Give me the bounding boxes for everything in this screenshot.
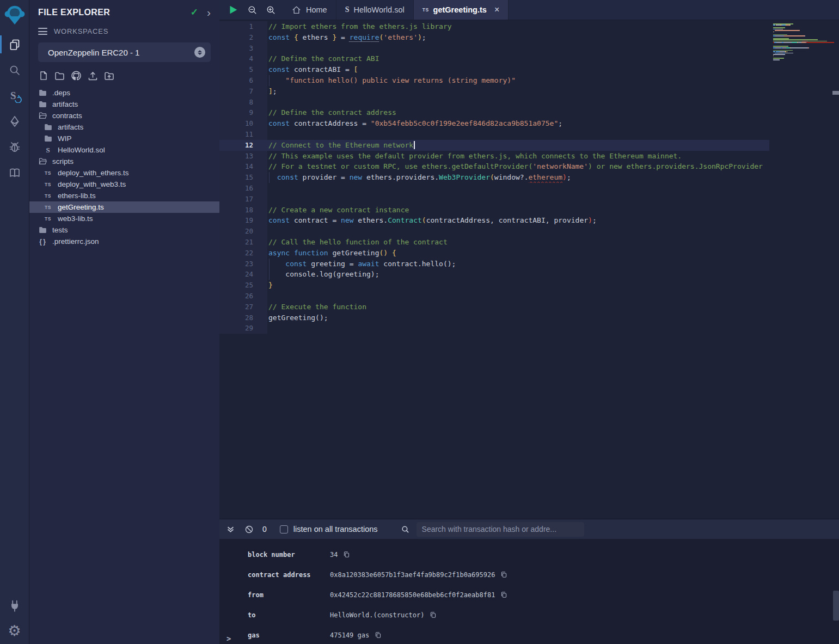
editor-scrollbar-thumb[interactable] <box>832 91 839 95</box>
tab-getGreeting.ts[interactable]: TSgetGreeting.ts× <box>414 0 509 20</box>
code-line-6[interactable]: 6 "function hello() public view returns … <box>219 75 769 86</box>
new-folder-icon[interactable] <box>54 70 65 82</box>
copy-icon[interactable] <box>429 611 437 619</box>
tab-HelloWorld.sol[interactable]: SHelloWorld.sol <box>336 0 414 20</box>
upload-file-icon[interactable] <box>87 70 99 82</box>
deploy-and-run-icon[interactable] <box>0 108 29 134</box>
code-line-8[interactable]: 8 <box>219 97 769 108</box>
workspace-dropdown-icon[interactable] <box>194 47 205 58</box>
code-line-2[interactable]: 2const { ethers } = require('ethers'); <box>219 32 769 43</box>
minimap-line <box>773 29 834 30</box>
code-line-17[interactable]: 17 <box>219 194 769 205</box>
clear-console-icon[interactable] <box>244 525 254 534</box>
code-line-25[interactable]: 25} <box>219 280 769 291</box>
minimap-line <box>773 50 834 51</box>
tree-item-.deps[interactable]: .deps <box>29 87 219 99</box>
terminal-header: 0 listen on all transactions <box>219 519 839 539</box>
code-line-23[interactable]: 23 const greeting = await contract.hello… <box>219 259 769 269</box>
file-tree: .depsartifactscontractsartifactsWIPSHell… <box>29 86 219 247</box>
tree-item-WIP[interactable]: WIP <box>29 133 219 144</box>
check-icon[interactable]: ✓ <box>191 7 198 18</box>
workspace-name: OpenZeppelin ERC20 - 1 <box>48 48 194 57</box>
minimap-line <box>773 32 834 33</box>
copy-icon[interactable] <box>500 571 508 579</box>
code-line-24[interactable]: 24 console.log(greeting); <box>219 269 769 280</box>
code-line-12[interactable]: 12// Connect to the Ethereum network <box>219 140 769 151</box>
tree-item-getGreeting.ts[interactable]: TSgetGreeting.ts <box>29 201 219 213</box>
run-script-icon[interactable] <box>227 4 239 16</box>
tree-item-tests[interactable]: tests <box>29 224 219 236</box>
listen-checkbox[interactable] <box>280 525 288 533</box>
ts-file-icon: TS <box>42 182 53 187</box>
remix-logo-icon[interactable] <box>0 0 29 32</box>
code-text: // Define the contract address <box>267 107 769 118</box>
tree-item-contracts[interactable]: contracts <box>29 110 219 121</box>
code-line-20[interactable]: 20 <box>219 226 769 237</box>
code-line-7[interactable]: 7]; <box>219 86 769 97</box>
code-line-10[interactable]: 10const contractAddress = "0xb54febb5c0c… <box>219 118 769 129</box>
code-line-21[interactable]: 21// Call the hello function of the cont… <box>219 237 769 248</box>
sol-file-icon: S <box>42 146 53 155</box>
upload-folder-icon[interactable] <box>103 70 115 82</box>
minimap-line <box>773 53 834 54</box>
code-line-4[interactable]: 4// Define the contract ABI <box>219 53 769 64</box>
code-line-11[interactable]: 11 <box>219 129 769 140</box>
hamburger-menu-icon[interactable] <box>38 27 47 36</box>
code-line-18[interactable]: 18// Create a new contract instance <box>219 205 769 216</box>
copy-icon[interactable] <box>342 550 351 559</box>
tree-item-HelloWorld.sol[interactable]: SHelloWorld.sol <box>29 144 219 156</box>
terminal-collapse-icon[interactable] <box>226 525 235 534</box>
terminal-scrollbar-thumb[interactable] <box>833 591 839 621</box>
code-line-26[interactable]: 26 <box>219 291 769 302</box>
explorer-toolbar <box>29 62 219 86</box>
code-line-13[interactable]: 13// This example uses the default provi… <box>219 151 769 162</box>
debugger-icon[interactable] <box>0 134 29 160</box>
tree-item-deploy_with_ethers.ts[interactable]: TSdeploy_with_ethers.ts <box>29 167 219 179</box>
file-explorer-icon[interactable] <box>0 32 29 57</box>
solidity-compiler-icon[interactable]: S <box>0 83 29 108</box>
tree-item-scripts[interactable]: scripts <box>29 156 219 167</box>
code-line-14[interactable]: 14// For a testnet or custom RPC, use et… <box>219 161 769 172</box>
close-icon[interactable]: × <box>494 5 499 15</box>
code-text <box>267 183 769 194</box>
zoom-out-icon[interactable] <box>247 5 258 15</box>
plugin-manager-icon[interactable] <box>0 593 29 618</box>
code-line-15[interactable]: 15 const provider = new ethers.providers… <box>219 172 769 183</box>
code-line-16[interactable]: 16 <box>219 183 769 194</box>
minimap[interactable] <box>773 21 834 62</box>
code-line-1[interactable]: 1// Import ethers from the ethers.js lib… <box>219 21 769 32</box>
tutorials-icon[interactable] <box>0 160 29 185</box>
tree-item-deploy_with_web3.ts[interactable]: TSdeploy_with_web3.ts <box>29 179 219 190</box>
code-line-27[interactable]: 27// Execute the function <box>219 302 769 312</box>
copy-icon[interactable] <box>374 631 382 639</box>
code-line-29[interactable]: 29 <box>219 323 769 334</box>
zoom-in-icon[interactable] <box>266 5 276 15</box>
line-number: 22 <box>219 248 267 259</box>
chevron-right-icon[interactable]: › <box>207 9 211 16</box>
terminal-search-input[interactable] <box>417 522 584 537</box>
line-number: 14 <box>219 161 267 172</box>
copy-icon[interactable] <box>500 591 508 599</box>
new-file-icon[interactable] <box>38 70 49 81</box>
settings-icon[interactable]: ⚙ <box>0 618 29 644</box>
tree-item-.prettierrc.json[interactable]: { }.prettierrc.json <box>29 236 219 247</box>
tree-item-ethers-lib.ts[interactable]: TSethers-lib.ts <box>29 190 219 201</box>
code-line-3[interactable]: 3 <box>219 43 769 54</box>
workspace-select[interactable]: OpenZeppelin ERC20 - 1 <box>38 42 211 62</box>
code-line-19[interactable]: 19const contract = new ethers.Contract(c… <box>219 215 769 226</box>
github-icon[interactable] <box>70 70 82 82</box>
code-line-22[interactable]: 22async function getGreeting() { <box>219 248 769 259</box>
code-line-5[interactable]: 5const contractABI = [ <box>219 64 769 75</box>
tab-Home[interactable]: Home <box>283 0 336 20</box>
code-text: // Define the contract ABI <box>267 53 769 64</box>
code-line-28[interactable]: 28getGreeting(); <box>219 312 769 323</box>
tree-item-artifacts[interactable]: artifacts <box>29 99 219 110</box>
code-editor[interactable]: 1// Import ethers from the ethers.js lib… <box>219 20 839 519</box>
terminal-prompt[interactable]: > <box>226 634 231 643</box>
tree-item-web3-lib.ts[interactable]: TSweb3-lib.ts <box>29 213 219 224</box>
tree-item-artifacts[interactable]: artifacts <box>29 121 219 133</box>
tree-item-label: ethers-lib.ts <box>58 192 96 200</box>
minimap-line <box>773 56 834 57</box>
code-line-9[interactable]: 9// Define the contract address <box>219 107 769 118</box>
search-icon[interactable] <box>0 57 29 83</box>
